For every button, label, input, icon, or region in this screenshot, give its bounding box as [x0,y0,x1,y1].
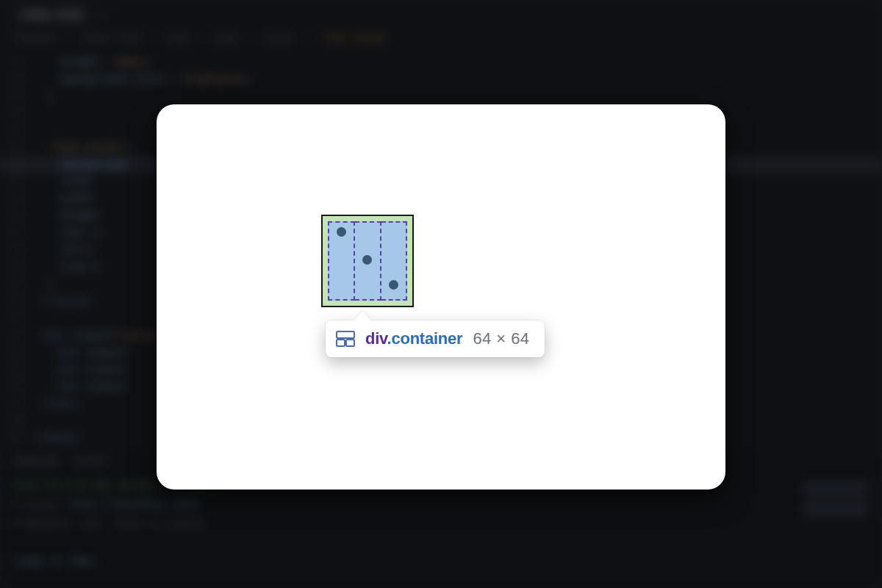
inspector-tooltip: div.container 64 × 64 [326,320,545,357]
breadcrumb: Flexbox› index.html› html› body› style› … [0,26,882,51]
terminal-line: > Network: use --host to expose [13,515,869,534]
preview-window: div.container 64 × 64 [157,104,725,490]
inspector-element-name: div.container [365,329,462,348]
svg-rect-2 [346,340,354,346]
terminal-chip[interactable] [803,501,869,517]
terminal-line: ready in 75ms. [13,556,100,567]
breadcrumb-item[interactable]: html [166,31,191,47]
editor-tab[interactable]: index.html [10,4,93,26]
flex-child [355,221,381,301]
inspector-dimensions: 64 × 64 [473,329,529,348]
flex-child [328,221,355,301]
terminal-chip[interactable] [803,481,869,497]
flex-child [381,221,407,301]
breadcrumb-item[interactable]: .flex-child [318,31,385,47]
breadcrumb-item[interactable]: Flexbox [13,31,57,47]
editor-tabbar: index.html × [0,4,882,26]
layout-grid-icon [336,331,355,347]
dot-icon [337,227,346,237]
svg-rect-1 [337,340,345,346]
svg-rect-0 [337,331,354,338]
dot-icon [389,280,398,290]
terminal-side-controls [803,481,869,517]
close-icon[interactable]: × [100,7,107,24]
terminal-line: > Local: http://localhost:3000 [13,496,869,515]
breadcrumb-item[interactable]: index.html [80,31,142,47]
panel-tab[interactable]: PROBLEMS [13,455,59,470]
terminal-line: vite v2.9.12 [13,480,87,492]
breadcrumb-item[interactable]: body [215,31,240,47]
breadcrumb-item[interactable]: style [263,31,294,47]
flex-container-diagram[interactable] [321,215,414,307]
panel-tab[interactable]: OUTPUT [74,455,108,470]
dot-icon [362,255,372,265]
